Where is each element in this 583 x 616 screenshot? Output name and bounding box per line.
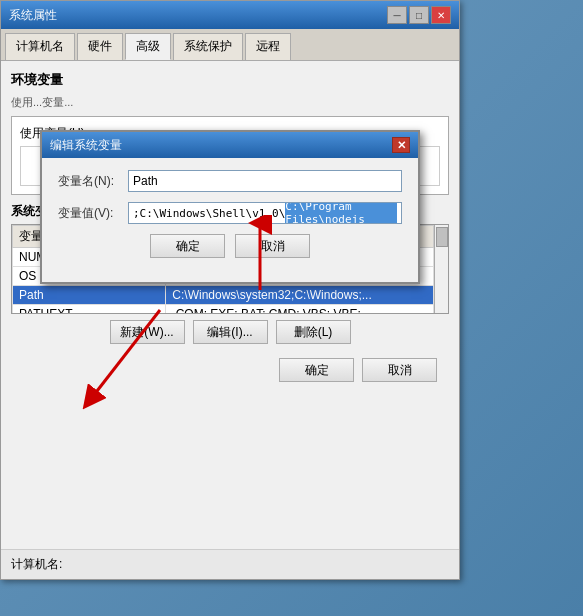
sys-cancel-button[interactable]: 取消 <box>362 358 437 382</box>
var-name-input[interactable] <box>128 170 402 192</box>
arrow-up <box>220 215 300 295</box>
tab-remote[interactable]: 远程 <box>245 33 291 60</box>
computer-name-label: 计算机名: <box>11 556 62 573</box>
tab-computer-name[interactable]: 计算机名 <box>5 33 75 60</box>
var-value-highlighted: C:\Program Files\nodejs <box>285 203 397 223</box>
maximize-button[interactable]: □ <box>409 6 429 24</box>
computer-name-bar: 计算机名: <box>1 549 459 579</box>
edit-dialog-title: 编辑系统变量 <box>50 137 122 154</box>
env-vars-desc: 使用...变量... <box>11 95 449 110</box>
edit-dialog-close-button[interactable]: ✕ <box>392 137 410 153</box>
env-vars-heading: 环境变量 <box>11 71 449 89</box>
edit-ok-button[interactable]: 确定 <box>150 234 225 258</box>
edit-var-button[interactable]: 编辑(I)... <box>193 320 268 344</box>
minimize-button[interactable]: ─ <box>387 6 407 24</box>
sys-props-bottom-buttons: 确定 取消 <box>11 350 449 390</box>
titlebar-controls: ─ □ ✕ <box>387 6 451 24</box>
var-name-label: 变量名(N): <box>58 173 128 190</box>
delete-var-button[interactable]: 删除(L) <box>276 320 351 344</box>
var-name-row: 变量名(N): <box>58 170 402 192</box>
table-scrollbar[interactable] <box>434 225 448 313</box>
sys-ok-button[interactable]: 确定 <box>279 358 354 382</box>
sys-props-title: 系统属性 <box>9 7 57 24</box>
tabs-bar: 计算机名 硬件 高级 系统保护 远程 <box>1 29 459 61</box>
var-val-cell: .COM;.EXE;.BAT;.CMD;.VBS;.VBE;... <box>166 305 434 315</box>
svg-line-3 <box>90 310 160 400</box>
arrow-down-left <box>80 300 180 420</box>
var-value-label: 变量值(V): <box>58 205 128 222</box>
tab-hardware[interactable]: 硬件 <box>77 33 123 60</box>
scrollbar-thumb <box>436 227 448 247</box>
table-action-buttons: 新建(W)... 编辑(I)... 删除(L) <box>11 320 449 344</box>
table-row[interactable]: PATHEXT .COM;.EXE;.BAT;.CMD;.VBS;.VBE;..… <box>13 305 434 315</box>
tab-system-protection[interactable]: 系统保护 <box>173 33 243 60</box>
close-button[interactable]: ✕ <box>431 6 451 24</box>
edit-dialog-titlebar: 编辑系统变量 ✕ <box>42 132 418 158</box>
sys-props-titlebar: 系统属性 ─ □ ✕ <box>1 1 459 29</box>
tab-advanced[interactable]: 高级 <box>125 33 171 60</box>
